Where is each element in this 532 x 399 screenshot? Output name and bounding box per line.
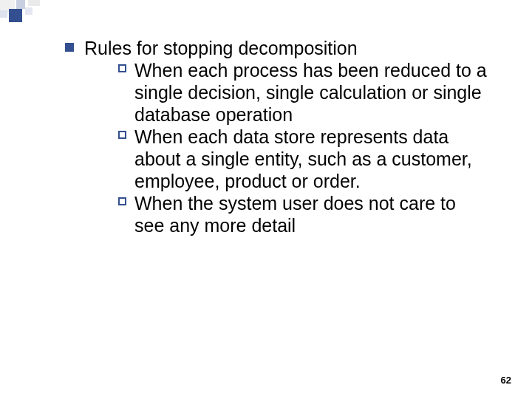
deco-square xyxy=(28,0,40,6)
bullet-level-2: When each process has been reduced to a … xyxy=(120,59,488,126)
bullet-level-2: When the system user does not care to se… xyxy=(120,192,488,236)
page-number: 62 xyxy=(501,375,511,386)
sub-item-text: When each data store represents data abo… xyxy=(134,126,488,192)
square-bullet-hollow-icon xyxy=(118,64,126,72)
square-bullet-hollow-icon xyxy=(118,131,126,139)
sub-item-text: When the system user does not care to se… xyxy=(134,192,488,236)
sub-item-text: When each process has been reduced to a … xyxy=(134,59,488,126)
heading-text: Rules for stopping decomposition xyxy=(84,38,358,58)
square-bullet-hollow-icon xyxy=(118,197,126,205)
deco-square xyxy=(25,7,33,15)
decorative-corner xyxy=(0,0,44,27)
bullet-level-2: When each data store represents data abo… xyxy=(120,126,488,192)
deco-square xyxy=(16,0,25,9)
deco-square xyxy=(9,9,22,22)
square-bullet-filled-icon xyxy=(65,43,74,52)
deco-square xyxy=(0,10,7,18)
slide-content: Rules for stopping decomposition When ea… xyxy=(66,37,488,236)
bullet-level-1: Rules for stopping decomposition When ea… xyxy=(66,37,488,236)
